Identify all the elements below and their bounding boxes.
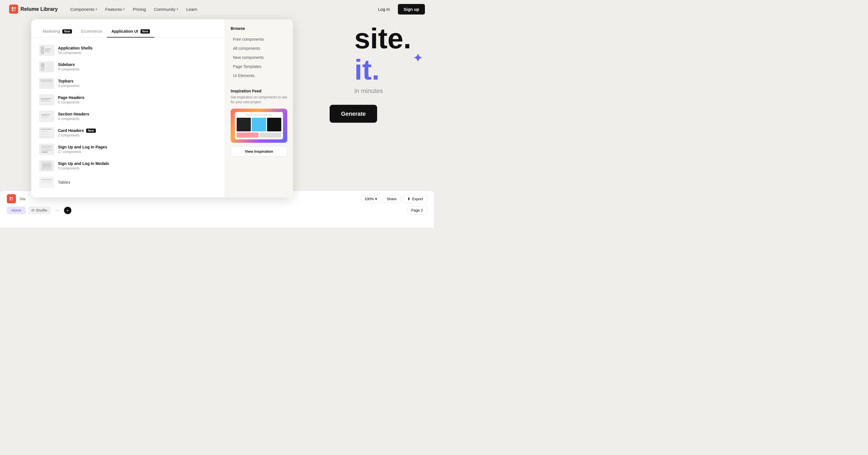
component-count: 2 components <box>58 133 217 138</box>
zoom-selector[interactable]: 100% ▾ <box>361 195 380 203</box>
list-item[interactable]: Tables <box>36 174 220 190</box>
bottom-tab-row: Home ⟳ Shuffle ··· + Page 2 <box>7 206 427 214</box>
bottom-site-label: Site <box>19 197 26 201</box>
view-inspiration-button[interactable]: View Inspiration <box>231 146 287 157</box>
hero-background: site. it. ✦ in minutes <box>354 23 411 94</box>
component-info: Section Headers 4 components <box>58 112 217 121</box>
svg-rect-2 <box>12 9 13 11</box>
generate-button[interactable]: Generate <box>330 105 377 123</box>
chevron-down-icon: ▾ <box>177 7 178 11</box>
component-thumbnail <box>39 78 54 89</box>
svg-rect-4 <box>10 197 11 199</box>
component-count: 4 components <box>58 117 217 121</box>
component-info: Application Shells 16 components <box>58 46 217 55</box>
list-item[interactable]: Card Headers New 2 components <box>36 125 220 141</box>
browse-title: Browse <box>231 26 287 31</box>
export-icon: ⬆ <box>407 197 410 201</box>
svg-rect-3 <box>14 9 16 11</box>
svg-rect-5 <box>12 197 13 199</box>
component-name: Card Headers New <box>58 128 217 133</box>
badge-new-appui: New <box>141 29 150 34</box>
component-name: Page Headers <box>58 95 217 100</box>
tab-ecommerce[interactable]: Ecommerce <box>76 26 107 37</box>
svg-rect-7 <box>12 199 13 201</box>
insp-card-2 <box>252 118 266 131</box>
component-thumbnail <box>39 177 54 188</box>
svg-rect-0 <box>12 7 13 9</box>
shuffle-button[interactable]: ⟳ Shuffle <box>28 207 51 214</box>
bottom-bar-left: Site <box>7 194 26 203</box>
component-name: Topbars <box>58 79 217 83</box>
browse-link-free[interactable]: Free components <box>231 35 287 43</box>
list-item[interactable]: Sign Up and Log In Modals 5 components <box>36 157 220 174</box>
inspiration-preview <box>231 109 287 143</box>
logo-icon <box>9 5 18 13</box>
browse-link-page-templates[interactable]: Page Templates <box>231 63 287 70</box>
list-item[interactable]: Sign Up and Log In Pages 17 components <box>36 141 220 157</box>
component-name: Sign Up and Log In Modals <box>58 161 217 166</box>
component-name: Application Shells <box>58 46 217 50</box>
component-info: Sign Up and Log In Pages 17 components <box>58 145 217 154</box>
nav-item-components[interactable]: Components ▾ <box>67 5 101 14</box>
component-count: 9 components <box>58 67 217 71</box>
component-list: Application Shells 16 components <box>31 42 225 190</box>
navbar: Relume Library Components ▾ Features ▾ P… <box>0 0 434 18</box>
insp-b-card-2 <box>259 132 281 138</box>
mega-menu-tabs: Marketing New Ecommerce Application UI N… <box>31 26 225 37</box>
component-thumbnail <box>39 61 54 72</box>
component-count: 5 components <box>58 100 217 104</box>
hero-line2: it. ✦ <box>354 54 411 85</box>
page-2-button[interactable]: Page 2 <box>407 206 427 214</box>
insp-cards <box>237 118 281 131</box>
signup-button[interactable]: Sign up <box>398 4 425 14</box>
mega-right-panel: Browse Free components All components Ne… <box>225 19 293 198</box>
inspiration-title: Inspiration Feed <box>231 89 287 93</box>
logo-text: Relume Library <box>21 6 58 12</box>
add-page-button[interactable]: + <box>64 207 71 214</box>
list-item[interactable]: Sidebars 9 components <box>36 59 220 75</box>
ellipsis-button[interactable]: ··· <box>53 206 62 214</box>
logo[interactable]: Relume Library <box>9 5 58 13</box>
export-button[interactable]: ⬆ Export <box>403 195 427 203</box>
browse-link-ui-elements[interactable]: UI Elements <box>231 72 287 80</box>
svg-rect-1 <box>14 7 16 9</box>
insp-b-card-1 <box>237 132 258 138</box>
login-button[interactable]: Log In <box>373 5 395 14</box>
component-name: Sidebars <box>58 62 217 67</box>
browse-link-new[interactable]: New components <box>231 54 287 61</box>
badge-new: New <box>62 29 72 34</box>
insp-top-bar <box>245 114 272 116</box>
insp-card-1 <box>237 118 251 131</box>
share-button[interactable]: Share <box>382 195 401 203</box>
nav-links: Components ▾ Features ▾ Pricing Communit… <box>67 5 200 14</box>
bottom-logo-icon <box>7 194 16 203</box>
component-count: 4 components <box>58 84 217 88</box>
browse-link-all[interactable]: All components <box>231 44 287 52</box>
component-info: Tables <box>58 180 217 185</box>
nav-item-pricing[interactable]: Pricing <box>129 5 149 14</box>
component-info: Card Headers New 2 components <box>58 128 217 138</box>
nav-item-features[interactable]: Features ▾ <box>102 5 128 14</box>
tab-application-ui[interactable]: Application UI New <box>107 26 155 37</box>
chevron-down-icon: ▾ <box>96 7 97 11</box>
nav-item-community[interactable]: Community ▾ <box>150 5 182 14</box>
browse-links: Free components All components New compo… <box>231 35 287 80</box>
tab-marketing[interactable]: Marketing New <box>38 26 76 37</box>
component-info: Page Headers 5 components <box>58 95 217 104</box>
list-item[interactable]: Application Shells 16 components <box>36 42 220 59</box>
list-item[interactable]: Topbars 4 components <box>36 75 220 92</box>
nav-item-learn[interactable]: Learn <box>183 5 200 14</box>
list-item[interactable]: Section Headers 4 components <box>36 108 220 125</box>
component-name: Sign Up and Log In Pages <box>58 145 217 149</box>
chevron-down-icon: ▾ <box>123 7 125 11</box>
list-item[interactable]: Page Headers 5 components <box>36 92 220 108</box>
component-info: Sidebars 9 components <box>58 62 217 71</box>
shuffle-icon: ⟳ <box>32 208 35 212</box>
chevron-down-icon: ▾ <box>375 197 377 201</box>
bottom-tab-home[interactable]: Home <box>7 207 26 214</box>
component-name: Tables <box>58 180 217 185</box>
badge-new-card: New <box>86 128 96 133</box>
component-thumbnail <box>39 160 54 171</box>
navbar-right: Log In Sign up <box>373 4 425 14</box>
inspiration-description: Get inspiration on components to use for… <box>231 95 287 104</box>
